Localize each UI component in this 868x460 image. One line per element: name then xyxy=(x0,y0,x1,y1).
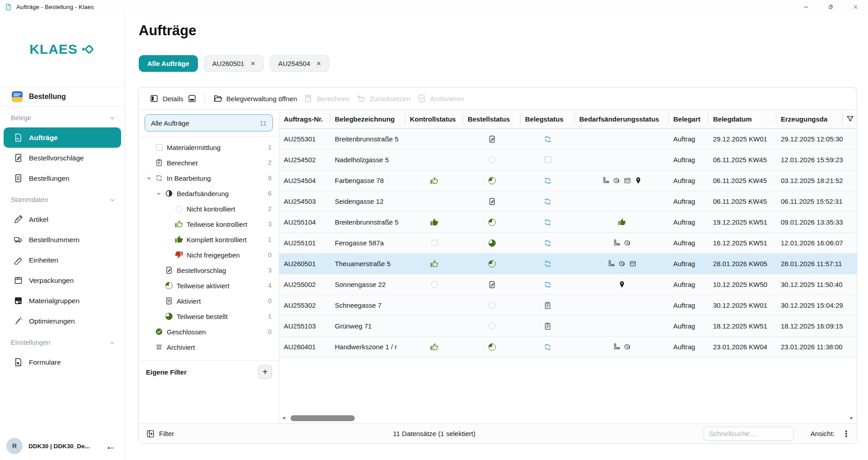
column-header-auftrags-nr[interactable]: Auftrags-Nr. xyxy=(279,110,330,128)
quick-search-input[interactable] xyxy=(704,427,794,441)
table-row-au260501[interactable]: AU260501Theuamerstraße 5Auftrag28.01.202… xyxy=(279,253,857,274)
doc-pencil-icon xyxy=(488,197,496,206)
tree-node-count: 0 xyxy=(268,297,272,305)
column-header-belegbezeichnung[interactable]: Belegbezeichnung xyxy=(330,110,405,128)
filter-button[interactable]: Filter xyxy=(146,429,174,438)
tree-node-teilweise-kontrolliert[interactable]: Teilweise kontrolliert3 xyxy=(139,216,279,232)
open-belegverwaltung-button[interactable]: Belegverwaltung öffnen xyxy=(213,94,297,103)
sidebar-item-formulare[interactable]: Formulare xyxy=(4,352,121,372)
chevron-down-icon[interactable] xyxy=(109,197,116,203)
filter-tree: Materialermittlung1Berechnet2In Bearbeit… xyxy=(139,136,279,355)
sidebar-item-bestellvorschl-ge[interactable]: Bestellvorschläge xyxy=(4,148,121,168)
column-header-bestellstatus[interactable]: Bestellstatus xyxy=(463,110,521,128)
tree-node-bedarfs-nderung[interactable]: Bedarfsänderung6 xyxy=(139,186,279,201)
column-filter-button[interactable] xyxy=(843,110,857,128)
column-header-kontrollstatus[interactable]: Kontrollstatus xyxy=(405,110,463,128)
chip-label: AU260501 xyxy=(212,60,244,67)
column-header-belegart[interactable]: Belegart xyxy=(669,110,708,128)
coin-icon xyxy=(624,239,631,247)
zuruecksetzen-button[interactable]: Zurücksetzen xyxy=(357,94,410,103)
sidebar-item-artikel[interactable]: Artikel xyxy=(4,209,121,230)
tree-node-aktiviert[interactable]: Aktiviert0 xyxy=(139,293,279,309)
scroll-left-icon[interactable]: ◄ xyxy=(282,416,286,420)
open-belegverwaltung-label: Belegverwaltung öffnen xyxy=(226,95,297,103)
berechnen-button[interactable]: Berechnen xyxy=(304,94,350,103)
chevron-down-icon[interactable] xyxy=(109,339,116,346)
table-row-au254502[interactable]: AU254502Nadelholzgasse 5Auftrag06.11.202… xyxy=(279,150,857,170)
sidebar-item-bestellungen[interactable]: Bestellungen xyxy=(4,168,121,188)
table-row-au255104[interactable]: AU255104Breitenbrunnstraße 5Auftrag19.12… xyxy=(279,212,857,233)
tree-node-bestellvorschlag[interactable]: Bestellvorschlag3 xyxy=(139,263,279,278)
tree-node-komplett-kontrolliert[interactable]: Komplett kontrolliert1 xyxy=(139,232,279,247)
scroll-right-icon[interactable]: ► xyxy=(849,416,854,420)
table-row-au255301[interactable]: AU255301Breitenbrunnstraße 5Auftrag29.12… xyxy=(279,129,857,150)
table-row-au255002[interactable]: AU255002Sonnengasse 22Auftrag10.12.2025 … xyxy=(279,274,857,295)
archivieren-button[interactable]: Archivieren xyxy=(417,94,464,103)
module-bestellung[interactable]: Bestellung xyxy=(0,87,125,107)
column-header-belegstatus[interactable]: Belegstatus xyxy=(521,110,575,128)
ruler-corner-icon xyxy=(613,343,620,351)
cell-belegdatum: 30.12.2025 KW01 xyxy=(708,301,776,309)
doc-form-icon xyxy=(14,357,23,367)
cell-auftrags-nr: AU254502 xyxy=(279,156,330,164)
sidebar-item-materialgruppen[interactable]: Materialgruppen xyxy=(4,291,121,311)
page-title: Aufträge xyxy=(139,23,196,39)
group-stammdaten[interactable]: Stammdaten xyxy=(0,190,125,209)
tree-node-teilweise-aktiviert[interactable]: Teilweise aktiviert4 xyxy=(139,278,279,293)
cell-belegbezeichnung: Sonnengasse 22 xyxy=(330,281,405,288)
close-button[interactable] xyxy=(843,0,868,14)
tree-node-teilweise-bestellt[interactable]: Teilweise bestellt1 xyxy=(139,309,279,324)
tree-node-geschlossen[interactable]: Geschlossen0 xyxy=(139,324,279,339)
cell-belegbezeichnung: Seidengasse 12 xyxy=(330,197,405,205)
column-header-erzeugungsda[interactable]: Erzeugungsda xyxy=(776,110,843,128)
tree-node-berechnet[interactable]: Berechnet2 xyxy=(139,155,279,170)
chevron-down-icon[interactable] xyxy=(109,115,116,122)
tree-node-nicht-freigegeben[interactable]: Nicht freigegeben0 xyxy=(139,247,279,263)
chip-au260501[interactable]: AU260501× xyxy=(204,55,264,72)
tree-node-nicht-kontrolliert[interactable]: Nicht kontrolliert2 xyxy=(139,201,279,216)
view-options-icon[interactable]: ⋮ xyxy=(842,429,850,439)
table-row-au255302[interactable]: AU255302Schneegasse 7Auftrag30.12.2025 K… xyxy=(279,295,857,316)
user-row[interactable]: R DDK30 | DDK30_De... ← xyxy=(0,432,125,460)
sidebar-item-optimierungen[interactable]: Optimierungen xyxy=(4,311,121,331)
chip-alle-auftr-ge[interactable]: Alle Aufträge xyxy=(139,55,198,72)
panel-bottom-icon[interactable] xyxy=(188,94,197,103)
add-filter-button[interactable]: + xyxy=(258,365,272,379)
cell-belegbezeichnung: Breitenbrunnstraße 5 xyxy=(330,135,405,143)
table-row-au254504[interactable]: AU254504Farbengasse 78Auftrag06.11.2025 … xyxy=(279,170,857,191)
cell-belegbezeichnung: Schneegasse 7 xyxy=(330,301,405,309)
table-row-au260401[interactable]: AU260401Handwerkszone 1 / rAuftrag23.01.… xyxy=(279,337,857,357)
tree-node-in-bearbeitung[interactable]: In Bearbeitung8 xyxy=(139,170,279,186)
table-row-au255103[interactable]: AU255103Grünweg 71Auftrag18.12.2025 KW51… xyxy=(279,316,857,337)
chevron-down-icon[interactable] xyxy=(146,175,152,181)
undo-icon xyxy=(357,94,366,103)
group-einstellungen[interactable]: Einstellungen xyxy=(0,333,125,352)
tree-node-label: Aktiviert xyxy=(177,297,201,305)
tree-node-materialermittlung[interactable]: Materialermittlung1 xyxy=(139,140,279,155)
scrollbar-thumb[interactable] xyxy=(291,415,355,421)
sidebar-item-verpackungen[interactable]: Verpackungen xyxy=(4,270,121,291)
minimize-button[interactable] xyxy=(793,0,818,14)
chip-au254504[interactable]: AU254504× xyxy=(270,55,330,72)
table-row-au255101[interactable]: AU255101Ferogasse 587aAuftrag16.12.2025 … xyxy=(279,233,857,253)
group-belege[interactable]: Belege xyxy=(0,108,125,127)
close-icon[interactable]: × xyxy=(317,60,321,67)
sync-icon xyxy=(544,343,552,351)
sidebar-item-auftr-ge[interactable]: Aufträge xyxy=(4,127,121,148)
coin-icon xyxy=(624,343,631,351)
column-header-bedarfs-nderungsstatus[interactable]: Bedarfsänderungsstatus xyxy=(575,110,669,128)
horizontal-scrollbar[interactable]: ◄ ► xyxy=(282,415,854,421)
details-button[interactable]: Details xyxy=(150,94,197,103)
collapse-sidebar-icon[interactable]: ← xyxy=(105,441,116,451)
sidebar-item-bestellnummern[interactable]: Bestellnummern xyxy=(4,230,121,250)
table-row-au254503[interactable]: AU254503Seidengasse 12Auftrag06.11.2025 … xyxy=(279,191,857,212)
cell-bedarfsaenderungsstatus xyxy=(575,177,669,184)
tree-node-archiviert[interactable]: Archiviert xyxy=(139,339,279,355)
maximize-button[interactable] xyxy=(818,0,843,14)
cell-belegart: Auftrag xyxy=(669,343,708,351)
column-header-belegdatum[interactable]: Belegdatum xyxy=(708,110,776,128)
chevron-down-icon[interactable] xyxy=(156,191,162,197)
close-icon[interactable]: × xyxy=(251,60,255,67)
sidebar-item-einheiten[interactable]: Einheiten xyxy=(4,250,121,270)
filter-all-auftraege[interactable]: Alle Aufträge 11 xyxy=(145,114,273,131)
